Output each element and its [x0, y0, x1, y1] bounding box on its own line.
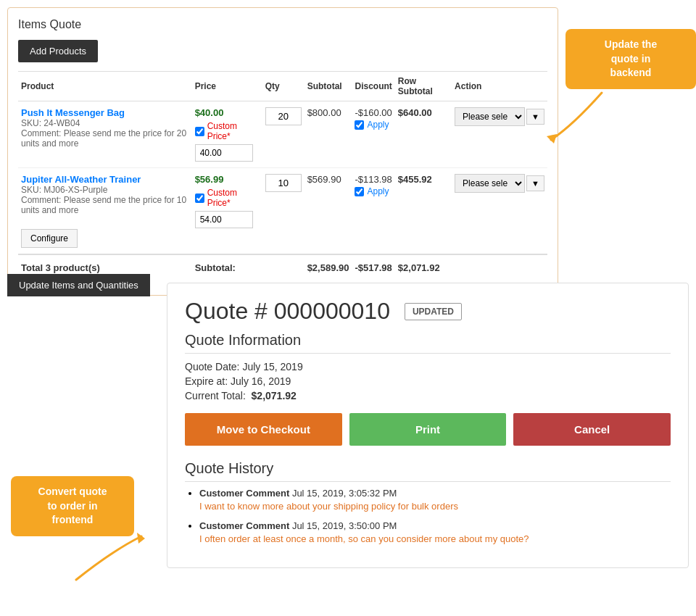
quote-number: Quote # 000000010: [185, 298, 390, 325]
expire-date-value: July 16, 2019: [231, 375, 291, 387]
annotation-bottom-left: Convert quoteto order infrontend: [11, 476, 134, 587]
print-button[interactable]: Print: [349, 413, 507, 446]
apply-checkbox[interactable]: [355, 120, 364, 130]
subtotal-cell: $569.90: [304, 168, 352, 255]
history-date-1: Jul 15, 2019, 3:05:32 PM: [292, 488, 397, 499]
annotation-arrow-2: [69, 529, 156, 587]
history-title: Quote History: [185, 460, 671, 482]
annotation-bubble-convert: Convert quoteto order infrontend: [11, 476, 134, 536]
expire-date: Expire at: July 16, 2019: [185, 375, 671, 387]
items-quote-panel: Items Quote Add Products Product Price Q…: [7, 7, 558, 296]
custom-price-label: Custom Price*: [207, 121, 260, 141]
action-buttons: Move to Checkout Print Cancel: [185, 413, 671, 446]
cancel-button[interactable]: Cancel: [513, 413, 671, 446]
update-items-panel: Update Items and Quantities: [7, 267, 167, 296]
add-products-button[interactable]: Add Products: [18, 40, 98, 62]
custom-price-checkbox[interactable]: [195, 127, 204, 136]
apply-label: Apply: [367, 120, 389, 130]
quote-header: Quote # 000000010 UPDATED: [185, 298, 671, 325]
custom-price-label: Custom Price*: [207, 188, 260, 208]
qty-input[interactable]: [265, 107, 302, 125]
total-subtotal: $2,589.90: [304, 254, 352, 279]
checkout-button[interactable]: Move to Checkout: [185, 413, 342, 446]
apply-label: Apply: [367, 186, 389, 196]
custom-price-input[interactable]: [195, 211, 253, 228]
discount-value: -$160.00: [355, 107, 392, 118]
current-total-label: Current Total:: [185, 390, 246, 401]
product-sku: SKU: 24-WB04: [21, 118, 189, 128]
quote-date-value: July 15, 2019: [242, 361, 302, 372]
subtotal-label: Subtotal:: [192, 254, 262, 279]
product-comment: Comment: Please send me the price for 10…: [21, 195, 189, 215]
col-row-subtotal: Row Subtotal: [395, 72, 452, 101]
qty-input[interactable]: [265, 174, 302, 192]
col-qty: Qty: [262, 72, 304, 101]
configure-button[interactable]: Configure: [21, 229, 78, 248]
subtotal-cell: $800.00: [304, 101, 352, 168]
table-row: Jupiter All-Weather Trainer SKU: MJ06-XS…: [18, 168, 547, 255]
expire-label: Expire at:: [185, 375, 228, 387]
history-comment-2: I often order at least once a month, so …: [199, 533, 671, 544]
annotation-top-right: Update thequote inbackend: [566, 29, 696, 147]
items-table: Product Price Qty Subtotal Discount Row …: [18, 71, 547, 279]
product-sku: SKU: MJ06-XS-Purple: [21, 185, 189, 195]
history-label-1: Customer Comment: [199, 488, 289, 499]
custom-price-input[interactable]: [195, 144, 253, 162]
action-select[interactable]: Please sele: [455, 107, 525, 126]
apply-checkbox[interactable]: [355, 187, 364, 196]
history-label-2: Customer Comment: [199, 520, 289, 531]
col-product: Product: [18, 72, 192, 101]
col-discount: Discount: [352, 72, 394, 101]
total-discount: -$517.98: [352, 254, 394, 279]
svg-marker-0: [547, 134, 557, 143]
col-subtotal: Subtotal: [304, 72, 352, 101]
product-name: Jupiter All-Weather Trainer: [21, 174, 189, 185]
quote-info: Quote Date: July 15, 2019 Expire at: Jul…: [185, 361, 671, 401]
list-item: Customer Comment Jul 15, 2019, 3:50:00 P…: [199, 520, 671, 544]
update-items-button[interactable]: Update Items and Quantities: [7, 274, 150, 296]
quote-date: Quote Date: July 15, 2019: [185, 361, 671, 372]
svg-marker-1: [137, 533, 145, 544]
product-price: $56.99: [195, 174, 260, 185]
history-comment-1: I want to know more about your shipping …: [199, 501, 671, 512]
col-action: Action: [452, 72, 547, 101]
row-subtotal-cell: $640.00: [395, 101, 452, 168]
current-total: Current Total: $2,071.92: [185, 390, 671, 401]
action-select[interactable]: Please sele: [455, 174, 525, 193]
quote-date-label: Quote Date:: [185, 361, 240, 372]
annotation-bubble-update: Update thequote inbackend: [566, 29, 696, 89]
product-name: Push It Messenger Bag: [21, 107, 189, 118]
history-date-2: Jul 15, 2019, 3:50:00 PM: [292, 520, 397, 531]
panel-title: Items Quote: [18, 18, 547, 31]
current-total-value: $2,071.92: [252, 390, 297, 401]
list-item: Customer Comment Jul 15, 2019, 3:05:32 P…: [199, 488, 671, 512]
custom-price-checkbox[interactable]: [195, 193, 204, 203]
updated-badge: UPDATED: [405, 303, 462, 320]
annotation-arrow: [536, 89, 624, 147]
col-price: Price: [192, 72, 262, 101]
table-row: Push It Messenger Bag SKU: 24-WB04 Comme…: [18, 101, 547, 168]
product-comment: Comment: Please send me the price for 20…: [21, 128, 189, 149]
total-row-subtotal: $2,071.92: [395, 254, 452, 279]
discount-value: -$113.98: [355, 174, 392, 185]
action-arrow-button[interactable]: ▼: [526, 175, 544, 191]
row-subtotal-cell: $455.92: [395, 168, 452, 255]
quote-detail-panel: Quote # 000000010 UPDATED Quote Informat…: [167, 283, 689, 568]
product-price: $40.00: [195, 107, 260, 118]
quote-history: Customer Comment Jul 15, 2019, 3:05:32 P…: [185, 488, 671, 544]
quote-info-title: Quote Information: [185, 332, 671, 354]
